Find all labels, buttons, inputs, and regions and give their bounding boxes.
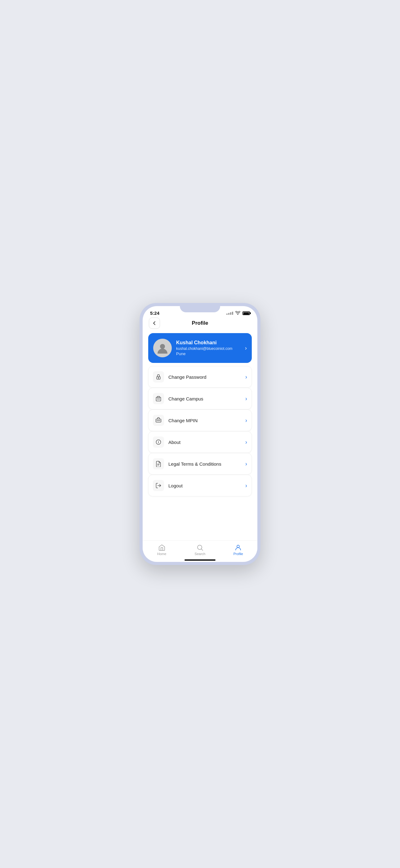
search-icon	[196, 544, 204, 551]
svg-point-6	[158, 420, 159, 421]
battery-icon	[242, 311, 250, 315]
search-label: Search	[195, 552, 206, 556]
nav-search[interactable]: Search	[181, 544, 219, 556]
profile-card[interactable]: Kushal Chokhani kushal.chokhani@bluecoin…	[148, 333, 252, 363]
profile-label: Profile	[233, 552, 243, 556]
notch	[180, 303, 220, 312]
menu-item-change-mpin[interactable]: Change MPIN ›	[148, 409, 252, 431]
home-icon	[158, 544, 166, 551]
chevron-icon-legal-terms: ›	[245, 461, 247, 467]
menu-label-logout: Logout	[168, 483, 241, 488]
menu-label-about: About	[168, 440, 241, 445]
content-area: Kushal Chokhani kushal.chokhani@bluecoin…	[143, 330, 257, 540]
profile-email: kushal.chokhani@bluecoiniot.com	[176, 346, 241, 351]
svg-rect-3	[156, 397, 161, 401]
avatar	[153, 339, 172, 357]
bottom-nav: Home Search Profile	[143, 540, 257, 558]
menu-label-change-mpin: Change MPIN	[168, 418, 241, 423]
svg-point-7	[159, 420, 160, 421]
logout-icon	[153, 480, 164, 491]
menu-item-change-password[interactable]: Change Password ›	[148, 366, 252, 388]
document-icon	[153, 458, 164, 469]
chevron-icon-about: ›	[245, 439, 247, 445]
header: Profile	[143, 318, 257, 330]
menu-label-change-campus: Change Campus	[168, 396, 241, 401]
profile-chevron-icon: ›	[245, 345, 247, 351]
profile-name: Kushal Chokhani	[176, 340, 241, 345]
svg-point-10	[198, 545, 202, 550]
lock-icon	[153, 371, 164, 382]
svg-point-2	[158, 377, 159, 378]
signal-icon	[226, 312, 233, 315]
menu-item-change-campus[interactable]: Change Campus ›	[148, 388, 252, 409]
status-icons	[226, 311, 250, 316]
menu-label-change-password: Change Password	[168, 374, 241, 380]
phone-frame: 5:24	[139, 303, 261, 565]
chevron-icon-change-password: ›	[245, 374, 247, 380]
wifi-icon	[235, 311, 240, 316]
menu-item-logout[interactable]: Logout ›	[148, 475, 252, 496]
svg-point-5	[157, 420, 158, 421]
status-time: 5:24	[150, 310, 159, 316]
building-icon	[153, 393, 164, 404]
profile-location: Pune	[176, 351, 241, 356]
phone-screen: 5:24	[143, 306, 257, 562]
back-arrow-icon	[152, 321, 157, 326]
chevron-icon-logout: ›	[245, 483, 247, 489]
chevron-icon-change-mpin: ›	[245, 417, 247, 424]
profile-icon	[234, 544, 242, 551]
profile-info: Kushal Chokhani kushal.chokhani@bluecoin…	[176, 340, 241, 356]
mpin-icon	[153, 415, 164, 426]
menu-item-about[interactable]: About ›	[148, 431, 252, 453]
chevron-icon-change-campus: ›	[245, 396, 247, 402]
nav-profile[interactable]: Profile	[219, 544, 257, 556]
home-indicator	[185, 559, 215, 561]
home-label: Home	[157, 552, 166, 556]
menu-item-legal-terms[interactable]: Legal Terms & Conditions ›	[148, 453, 252, 475]
svg-point-0	[160, 344, 165, 349]
svg-point-11	[237, 545, 239, 548]
page-title: Profile	[192, 320, 208, 326]
nav-home[interactable]: Home	[143, 544, 181, 556]
back-button[interactable]	[149, 318, 160, 329]
menu-list: Change Password › Change Campus › Change…	[148, 366, 252, 496]
info-icon	[153, 436, 164, 448]
menu-label-legal-terms: Legal Terms & Conditions	[168, 461, 241, 467]
user-silhouette-icon	[156, 342, 169, 354]
